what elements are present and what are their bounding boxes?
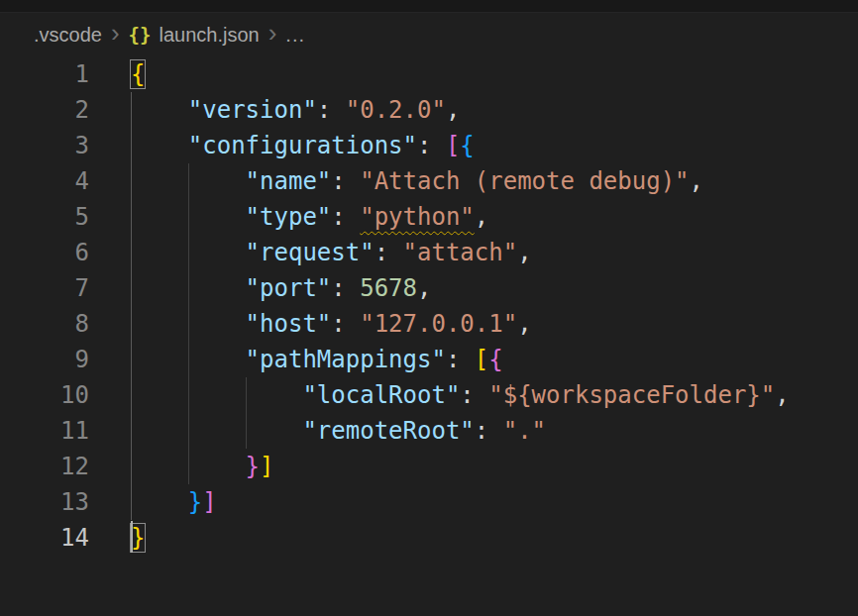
line-number[interactable]: 13 [0, 484, 131, 520]
code-line[interactable]: 2 "version": "0.2.0", [0, 92, 858, 128]
indent-guide [188, 377, 189, 413]
code-token: "attach" [403, 239, 518, 266]
indent-guide [188, 306, 189, 342]
code-token: , [775, 381, 789, 409]
code-token: "localRoot" [302, 381, 460, 409]
code-line[interactable]: 5 "type": "python", [0, 199, 858, 235]
line-number[interactable]: 3 [0, 128, 131, 163]
code-token: { [131, 60, 145, 88]
line-number[interactable]: 9 [0, 342, 131, 377]
line-number[interactable]: 7 [0, 270, 131, 306]
line-number[interactable]: 10 [0, 377, 131, 413]
indent-guide [131, 449, 132, 484]
editor[interactable]: 1{2 "version": "0.2.0",3 "configurations… [0, 56, 858, 556]
code-text: "remoteRoot": "." [131, 413, 858, 449]
indent-guide [131, 235, 132, 270]
code-text: "pathMappings": [{ [131, 342, 858, 377]
code-token: : [317, 96, 346, 124]
code-text: "host": "127.0.0.1", [131, 306, 858, 342]
line-number[interactable]: 6 [0, 235, 131, 270]
code-line[interactable]: 3 "configurations": [{ [0, 128, 858, 163]
indent-guide [131, 92, 132, 128]
indent-guide [188, 449, 189, 484]
code-text: } [131, 520, 858, 556]
code-token: : [375, 239, 403, 266]
breadcrumb: .vscode › {} launch.json › ... [0, 13, 858, 56]
line-number[interactable]: 4 [0, 163, 131, 199]
code-line[interactable]: 14} [0, 520, 858, 556]
code-line[interactable]: 6 "request": "attach", [0, 235, 858, 270]
code-line[interactable]: 1{ [0, 56, 858, 92]
code-token: "remoteRoot" [302, 417, 474, 445]
line-number[interactable]: 5 [0, 199, 131, 235]
code-token: : [331, 310, 360, 338]
code-token: , [690, 167, 703, 195]
code-token [131, 381, 302, 409]
code-token: } [131, 524, 145, 552]
code-token [131, 417, 302, 445]
code-text: "port": 5678, [131, 270, 858, 306]
code-token: "name" [246, 167, 332, 195]
breadcrumb-folder[interactable]: .vscode [34, 24, 102, 47]
indent-guide [188, 270, 189, 306]
indent-guide [131, 128, 132, 163]
code-token: : [475, 417, 503, 445]
code-token [131, 96, 188, 124]
code-line[interactable]: 13 }] [0, 484, 858, 520]
line-number[interactable]: 14 [0, 520, 131, 556]
code-token: , [417, 274, 431, 302]
code-token: { [460, 132, 474, 159]
code-text: }] [131, 449, 858, 484]
chevron-right-icon: › [111, 20, 120, 46]
code-token: , [446, 96, 460, 124]
indent-guide [131, 377, 132, 413]
code-text: "localRoot": "${workspaceFolder}", [131, 377, 858, 413]
code-token: } [246, 453, 260, 480]
code-line[interactable]: 10 "localRoot": "${workspaceFolder}", [0, 377, 858, 413]
code-text: "request": "attach", [131, 235, 858, 270]
code-line[interactable]: 8 "host": "127.0.0.1", [0, 306, 858, 342]
code-line[interactable]: 7 "port": 5678, [0, 270, 858, 306]
code-token: "type" [246, 203, 332, 231]
code-token [131, 132, 188, 159]
code-token: : [331, 203, 360, 231]
code-token: "host" [246, 310, 332, 338]
line-number[interactable]: 12 [0, 449, 131, 484]
code-token: } [188, 488, 202, 516]
code-token: : [331, 167, 360, 195]
code-line[interactable]: 11 "remoteRoot": "." [0, 413, 858, 449]
code-token: 5678 [360, 274, 417, 302]
indent-guide [246, 413, 247, 449]
code-text: "type": "python", [131, 199, 858, 235]
breadcrumb-file[interactable]: launch.json [160, 24, 260, 47]
indent-guide [131, 163, 132, 199]
line-number[interactable]: 2 [0, 92, 131, 128]
vscode-editor-window: .vscode › {} launch.json › ... 1{2 "vers… [0, 0, 858, 616]
code-line[interactable]: 12 }] [0, 449, 858, 484]
code-token: "0.2.0" [346, 96, 446, 124]
line-number[interactable]: 11 [0, 413, 131, 449]
code-token: : [331, 274, 360, 302]
code-text: "configurations": [{ [131, 128, 858, 163]
code-token: "127.0.0.1" [360, 310, 517, 338]
indent-guide [131, 413, 132, 449]
code-token: ] [202, 488, 216, 516]
indent-guide [131, 484, 132, 520]
code-token: "version" [188, 96, 317, 124]
code-line[interactable]: 9 "pathMappings": [{ [0, 342, 858, 377]
line-number[interactable]: 1 [0, 56, 131, 92]
code-token: "request" [246, 239, 375, 266]
text-cursor [131, 521, 133, 553]
indent-guide [131, 306, 132, 342]
line-number[interactable]: 8 [0, 306, 131, 342]
json-file-icon: {} [129, 24, 152, 46]
code-lines: 1{2 "version": "0.2.0",3 "configurations… [0, 56, 858, 556]
code-token: "port" [246, 274, 332, 302]
code-token: : [417, 132, 446, 159]
indent-guide [131, 342, 132, 377]
editor-tab-bar [0, 0, 858, 13]
code-line[interactable]: 4 "name": "Attach (remote debug)", [0, 163, 858, 199]
code-token: , [517, 239, 531, 266]
breadcrumb-symbol-more[interactable]: ... [285, 24, 305, 47]
code-text: }] [131, 484, 858, 520]
